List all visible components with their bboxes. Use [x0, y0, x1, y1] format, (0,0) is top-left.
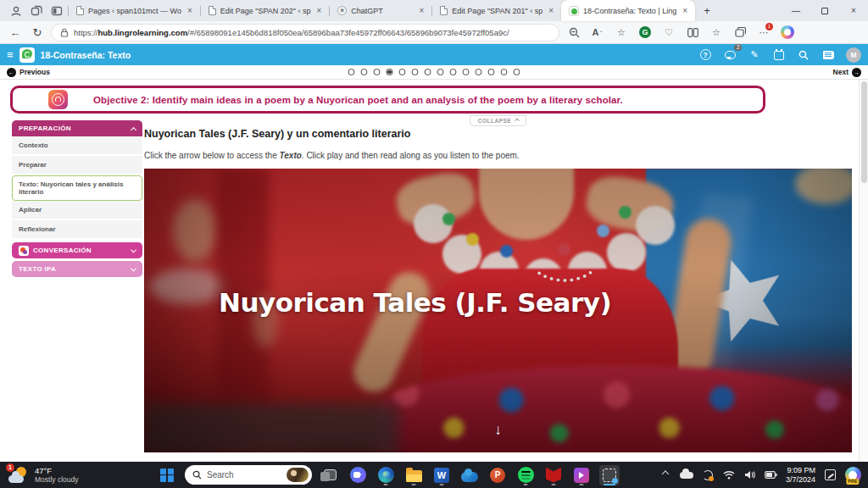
url-field[interactable]: https://hub.lingrolearning.com/#/6589809… — [51, 24, 559, 42]
browser-tab-strip: Pages ‹ span101mct — Wo × Edit Page "SPA… — [0, 0, 868, 21]
progress-dot[interactable] — [348, 69, 355, 75]
next-button[interactable]: Next → — [833, 68, 861, 77]
main-panel: COLLAPSE Nuyorican Tales (J.F. Seary) y … — [144, 120, 852, 452]
progress-dot[interactable] — [463, 69, 470, 75]
browser-essentials-icon[interactable]: ♡ — [659, 24, 678, 41]
workspaces-icon[interactable] — [27, 3, 46, 19]
edit-icon[interactable]: ✎ — [748, 48, 761, 62]
edge-button[interactable] — [376, 465, 396, 485]
volume-icon[interactable] — [743, 469, 757, 482]
tab-edit-span202[interactable]: Edit Page "SPAN 202" ‹ sp × — [201, 0, 330, 21]
onedrive-tray-icon[interactable] — [680, 469, 693, 482]
sidebar-item-reflexionar[interactable]: Reflexionar — [12, 220, 142, 240]
sidebar-item-aplicar[interactable]: Aplicar — [12, 201, 142, 220]
clock[interactable]: 9:09 PM 3/7/2024 — [786, 466, 815, 485]
onedrive-button[interactable] — [459, 465, 480, 485]
powerpoint-button[interactable]: P — [487, 465, 508, 485]
progress-dot-active[interactable] — [387, 69, 393, 75]
chat-app-button[interactable] — [348, 465, 368, 485]
collections-icon[interactable] — [731, 24, 749, 41]
weather-widget[interactable]: 1 47°F Mostly cloudy — [0, 466, 79, 484]
sidebar-item-texto-selected[interactable]: Texto: Nuyorican tales y análisis litera… — [12, 175, 142, 201]
favorite-star-icon[interactable]: ☆ — [612, 24, 631, 41]
task-view-button[interactable] — [320, 465, 340, 485]
library-book-icon[interactable] — [821, 48, 835, 62]
sidebar-item-contexto[interactable]: Contexto — [12, 136, 142, 156]
scroll-down-arrow[interactable]: ↓ — [494, 422, 502, 439]
sidebar-section-texto-ipa[interactable]: TEXTO IPA — [12, 261, 142, 277]
read-aloud-icon[interactable]: A⌃ — [588, 24, 607, 41]
progress-dot[interactable] — [425, 69, 431, 75]
previous-button[interactable]: ← Previous — [7, 68, 50, 77]
close-tab-icon[interactable]: × — [547, 6, 555, 15]
snipping-tool-button[interactable] — [599, 465, 620, 485]
sidebar-item-preparar[interactable]: Preparar — [12, 156, 142, 175]
spotify-button[interactable] — [515, 465, 536, 485]
progress-dot[interactable] — [399, 69, 406, 75]
tab-actions-icon[interactable] — [47, 3, 66, 19]
word-button[interactable]: W — [431, 465, 452, 485]
wifi-icon[interactable] — [722, 469, 736, 482]
scrollbar-thumb[interactable] — [861, 81, 867, 183]
file-explorer-button[interactable] — [403, 465, 424, 485]
grammarly-icon[interactable]: G — [636, 24, 654, 41]
powerpoint-icon: P — [490, 468, 505, 483]
close-tab-icon[interactable]: × — [418, 6, 426, 15]
tab-pages-span101[interactable]: Pages ‹ span101mct — Wo × — [69, 0, 200, 21]
sidebar-section-conversacion[interactable]: CONVERSACIÓN — [12, 242, 142, 258]
maximize-button[interactable] — [810, 0, 839, 21]
copilot-preview-icon[interactable]: PRE — [844, 469, 861, 482]
clipchamp-button[interactable] — [571, 465, 592, 485]
taskbar-search[interactable]: Search — [185, 465, 312, 485]
progress-dot[interactable] — [412, 69, 419, 75]
minimize-button[interactable]: — — [782, 0, 810, 21]
touch-keyboard-icon[interactable] — [823, 469, 837, 482]
progress-dot[interactable] — [450, 69, 457, 75]
new-tab-button[interactable]: + — [698, 3, 715, 19]
tab-title: Edit Page "SPAN 201" ‹ sp — [452, 7, 542, 15]
tray-chevron-up-icon[interactable] — [659, 469, 672, 482]
help-icon[interactable]: ? — [698, 48, 712, 62]
close-tab-icon[interactable]: × — [186, 6, 194, 15]
spotify-icon — [518, 467, 534, 483]
more-menu-icon[interactable]: ⋯1 — [754, 24, 773, 41]
tab-title: Pages ‹ span101mct — Wo — [88, 7, 181, 15]
favorites-bar-icon[interactable]: ☆ — [707, 24, 726, 41]
back-icon[interactable]: ← — [7, 26, 24, 39]
scrollbar[interactable] — [859, 80, 868, 462]
content-instruction: Click the arrow below to access the Text… — [144, 151, 852, 160]
sidebar-section-preparacion[interactable]: PREPARACIÓN — [12, 120, 142, 136]
search-icon[interactable] — [797, 48, 810, 62]
hamburger-menu-icon[interactable]: ≡ — [7, 48, 14, 61]
copilot-icon[interactable] — [778, 24, 797, 41]
tab-title: ChatGPT — [351, 7, 413, 15]
tab-edit-span201[interactable]: Edit Page "SPAN 201" ‹ sp × — [432, 0, 561, 21]
close-window-button[interactable]: × — [839, 0, 868, 21]
tab-chatgpt[interactable]: ∗ ChatGPT × — [330, 0, 431, 21]
progress-dot[interactable] — [476, 69, 482, 75]
split-screen-icon[interactable] — [683, 24, 702, 41]
progress-dot[interactable] — [514, 69, 520, 75]
objective-banner: Objective 2: Identify main ideas in a po… — [10, 86, 765, 114]
calendar-icon[interactable] — [772, 48, 786, 62]
progress-dot[interactable] — [437, 69, 444, 75]
collapse-button[interactable]: COLLAPSE — [470, 115, 526, 126]
sync-update-icon[interactable] — [701, 469, 715, 482]
url-text: https://hub.lingrolearning.com/#/6589809… — [74, 28, 509, 37]
mcafee-button[interactable] — [543, 465, 564, 485]
close-tab-icon[interactable]: × — [315, 6, 324, 15]
taskbar-center: Search W P — [157, 462, 620, 488]
progress-dot[interactable] — [361, 69, 368, 75]
close-tab-icon[interactable]: × — [681, 6, 689, 15]
user-avatar[interactable]: M — [846, 47, 861, 63]
messages-icon[interactable]: 2 — [723, 48, 737, 62]
start-button[interactable] — [157, 465, 177, 485]
profile-icon[interactable] — [7, 3, 25, 19]
tab-lingro-active[interactable]: 18-Contraseña: Texto | Ling × — [561, 0, 695, 21]
battery-icon[interactable] — [765, 469, 778, 482]
zoom-out-icon[interactable] — [565, 24, 583, 41]
progress-dot[interactable] — [501, 69, 508, 75]
refresh-icon[interactable]: ↻ — [29, 26, 46, 39]
progress-dot[interactable] — [374, 69, 381, 75]
progress-dot[interactable] — [488, 69, 495, 75]
